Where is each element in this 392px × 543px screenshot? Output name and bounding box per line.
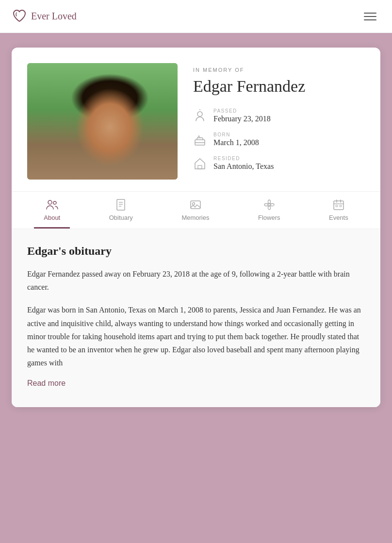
memorial-card: IN MEMORY OF Edgar Fernandez PASSED Febr…: [12, 48, 380, 407]
passed-info: PASSED February 23, 2018: [213, 108, 271, 123]
page-background: IN MEMORY OF Edgar Fernandez PASSED Febr…: [0, 33, 392, 543]
flower-icon: [263, 198, 276, 211]
menu-button[interactable]: [360, 9, 380, 24]
resided-label: RESIDED: [213, 156, 274, 161]
obituary-title: Edgar's obituary: [27, 245, 365, 258]
svg-rect-24: [340, 205, 342, 207]
born-info: BORN March 1, 2008: [213, 132, 259, 147]
passed-icon: [193, 109, 207, 123]
calendar-icon: [332, 198, 345, 211]
svg-point-0: [197, 112, 202, 116]
born-label: BORN: [213, 132, 259, 137]
birthday-icon: [193, 133, 207, 147]
home-icon: [193, 157, 207, 170]
svg-point-6: [48, 200, 52, 204]
tab-flowers[interactable]: Flowers: [248, 192, 290, 229]
person-name: Edgar Fernandez: [193, 77, 365, 97]
read-more-link[interactable]: Read more: [27, 379, 65, 387]
obituary-para-1: Edgar Fernandez passed away on February …: [27, 267, 365, 294]
site-header: Ever Loved: [0, 0, 392, 33]
svg-point-7: [53, 201, 56, 204]
tab-memories[interactable]: Memories: [172, 192, 219, 229]
tab-navigation: About Obituary Memories: [12, 191, 380, 229]
obituary-content: Edgar's obituary Edgar Fernandez passed …: [12, 229, 380, 407]
tab-about-label: About: [44, 214, 60, 221]
tab-obituary[interactable]: Obituary: [99, 192, 143, 229]
people-icon: [46, 198, 58, 211]
logo-text: Ever Loved: [31, 11, 77, 22]
tab-events[interactable]: Events: [319, 192, 358, 229]
resided-info: RESIDED San Antonio, Texas: [213, 156, 274, 171]
resided-row: RESIDED San Antonio, Texas: [193, 156, 365, 171]
obituary-para-2: Edgar was born in San Antonio, Texas on …: [27, 303, 365, 369]
tab-events-label: Events: [329, 214, 348, 221]
svg-rect-19: [334, 201, 343, 210]
tab-flowers-label: Flowers: [258, 214, 280, 221]
svg-rect-12: [191, 201, 200, 209]
resided-location: San Antonio, Texas: [213, 162, 274, 171]
tab-about[interactable]: About: [34, 192, 70, 229]
svg-point-13: [192, 203, 195, 205]
hamburger-icon: [364, 13, 376, 20]
photo-icon: [189, 198, 202, 211]
svg-rect-5: [198, 165, 202, 169]
profile-info: IN MEMORY OF Edgar Fernandez PASSED Febr…: [193, 63, 365, 180]
svg-rect-23: [336, 205, 338, 207]
svg-rect-8: [117, 199, 125, 210]
passed-date: February 23, 2018: [213, 115, 271, 123]
passed-row: PASSED February 23, 2018: [193, 108, 365, 123]
tab-obituary-label: Obituary: [109, 214, 133, 221]
document-icon: [114, 198, 127, 211]
tab-memories-label: Memories: [181, 214, 209, 221]
in-memory-of-label: IN MEMORY OF: [193, 67, 365, 73]
logo-area[interactable]: Ever Loved: [12, 8, 77, 25]
profile-section: IN MEMORY OF Edgar Fernandez PASSED Febr…: [12, 48, 380, 191]
born-row: BORN March 1, 2008: [193, 132, 365, 147]
profile-image: [27, 63, 178, 180]
born-date: March 1, 2008: [213, 138, 259, 147]
profile-photo: [27, 63, 178, 180]
heart-icon: [12, 8, 27, 25]
passed-label: PASSED: [213, 108, 271, 114]
